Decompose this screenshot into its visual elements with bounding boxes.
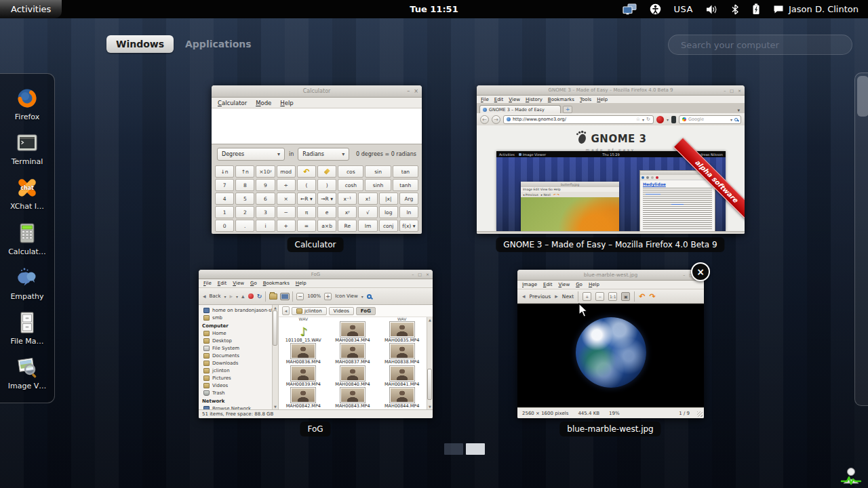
file-name: 101108_15.WAV — [285, 338, 321, 343]
calc-key: 7 — [215, 179, 234, 191]
window-calculator[interactable]: Calculator CalculatorModeHelp Degrees in… — [212, 85, 422, 234]
battery-icon[interactable] — [752, 3, 760, 15]
workspace-strip[interactable] — [854, 73, 868, 406]
folder-icon — [203, 353, 210, 359]
volume-icon[interactable] — [706, 4, 718, 15]
menu-item-edit: Edit — [543, 282, 553, 287]
breadcrumb-bar: ◂ jclintonVideosFoG — [279, 305, 433, 317]
file-grid: ♪101108_15.WAVMAH00834.MP4MAH00835.MP4MA… — [279, 321, 427, 409]
display-icon[interactable] — [623, 3, 637, 15]
clock[interactable]: Tue 11:51 — [410, 4, 458, 14]
sidebar-place: home on brandonjason-storage — [199, 306, 271, 314]
menu-item-view: View — [233, 281, 244, 286]
calc-key: Im — [358, 220, 377, 232]
fog-status-bar: 51 items, Free space: 88.8 GB — [199, 409, 433, 418]
dash-item-firefox[interactable]: Firefox — [14, 86, 40, 121]
tab-windows[interactable]: Windows — [106, 35, 174, 53]
angle-target-dropdown: Radians — [298, 148, 349, 161]
dash-item-terminal[interactable]: Terminal — [12, 131, 43, 166]
system-monitor-icon[interactable] — [840, 466, 862, 488]
calc-key: tan — [393, 165, 418, 178]
close-window-button[interactable] — [691, 262, 710, 281]
activities-button[interactable]: Activities — [0, 0, 62, 18]
home-folder-icon — [269, 293, 277, 300]
calculator-display — [212, 108, 422, 144]
calculator-row: ↓n↑n×10ʸmodcossintan — [215, 165, 418, 178]
accessibility-icon[interactable] — [650, 3, 661, 15]
calc-key: cos — [338, 165, 363, 178]
butterfly-photo — [521, 197, 619, 231]
calc-key: √ — [358, 206, 377, 218]
search-input[interactable] — [669, 35, 852, 54]
place-label: jclinton — [212, 368, 230, 373]
calc-key: 2 — [235, 206, 254, 218]
screenshot-image-viewer-window: butterfly.jpg Image Edit View Go Help ◂ … — [521, 182, 619, 231]
firefox-status-bar — [477, 231, 745, 234]
window-file-manager[interactable]: FoG FileEditViewGoBookmarksHelp ◂ Back ▸… — [199, 270, 433, 418]
file-view: ◂ jclintonVideosFoG WAVWAV ♪101108_15.WA… — [279, 305, 433, 409]
menu-item-help: Help — [296, 281, 307, 286]
dash-item-file-manager[interactable]: File Ma… — [10, 310, 43, 346]
calculator-keypad: ↓n↑n×10ʸmodcossintan789÷()coshsinhtanh45… — [212, 163, 422, 234]
dash-item-image-viewer[interactable]: Image V… — [8, 355, 46, 390]
folder-icon — [296, 308, 302, 314]
back-icon: ◂ — [203, 293, 206, 300]
bookmark-star-icon: ☆ — [636, 117, 640, 122]
folder-icon — [203, 375, 210, 381]
tab-applications[interactable]: Applications — [185, 39, 252, 49]
window-label-calculator: Calculator — [288, 237, 344, 252]
dash-item-empathy[interactable]: Empathy — [10, 266, 43, 301]
calc-key: x! — [358, 192, 377, 205]
calc-key: mod — [277, 165, 296, 178]
sidebar-place: Pictures — [199, 374, 271, 382]
calculator-menubar: CalculatorModeHelp — [212, 98, 422, 108]
keyboard-layout-indicator[interactable]: USA — [674, 4, 693, 14]
video-thumbnail — [291, 344, 315, 359]
bluetooth-icon[interactable] — [731, 4, 739, 15]
window-firefox[interactable]: GNOME 3 – Made of Easy – Mozilla Firefox… — [477, 85, 745, 234]
sidebar-place: smb — [199, 314, 271, 321]
dash-item-calculator[interactable]: Calculat… — [8, 221, 46, 256]
url-bar-icons: ☆ ↻ — [636, 117, 650, 122]
menu-item-image: Image — [522, 282, 537, 287]
user-menu[interactable]: Jason D. Clinton — [773, 4, 859, 14]
video-thumbnail — [340, 344, 365, 359]
workspace-indicator-2[interactable] — [466, 443, 485, 455]
calc-key: 9 — [256, 179, 275, 191]
video-thumbnail — [390, 366, 414, 381]
url-bar: http://www.gnome3.org/ ☆ ↻ — [503, 115, 654, 124]
zoom-out-icon: − — [296, 293, 304, 300]
menu-item-edit: Edit — [218, 281, 227, 286]
calc-key: 8 — [235, 179, 254, 191]
file-item: MAH00837.MP4 — [328, 344, 378, 366]
dash-item-xchat[interactable]: chat XChat I… — [10, 176, 44, 211]
workspace-indicator-1[interactable] — [444, 443, 463, 455]
calc-key: 5 — [235, 192, 254, 205]
rotate-left-icon: ↶ — [639, 292, 645, 301]
menu-item-help: Help — [597, 97, 608, 102]
conversion-result: 0 degrees = 0 radians — [356, 151, 416, 157]
search-icon — [642, 176, 644, 179]
minimize-icon — [412, 272, 414, 277]
window-image-viewer[interactable]: blue-marble-west.jpg ImageEditViewGoHelp… — [517, 270, 704, 418]
calc-key: →R ▾ — [317, 192, 336, 205]
video-thumbnail — [291, 388, 315, 403]
workspace-strip-handle[interactable] — [857, 76, 868, 117]
view-mode: Icon View — [335, 293, 357, 299]
site-favicon-icon — [507, 117, 511, 121]
calc-key: Arg — [399, 192, 418, 205]
calc-key: ÷ — [277, 179, 296, 191]
forward-icon: ▸ — [230, 293, 233, 300]
file-name: MAH00835.MP4 — [384, 338, 419, 343]
conjunction-label: in — [289, 151, 294, 157]
back-icon: ← — [480, 115, 489, 124]
dash-label: Empathy — [10, 292, 43, 301]
browser-search-field: Google — [679, 115, 741, 124]
dash-label: Image V… — [8, 382, 46, 390]
video-thumbnail — [340, 366, 365, 381]
place-label: Pictures — [212, 375, 231, 381]
fog-toolbar: ◂ Back ▸ ▴ ↻ − 100% + Icon View — [199, 288, 433, 305]
minimize-icon — [407, 88, 410, 94]
menu-item-calculator: Calculator — [218, 100, 247, 106]
file-item: MAH00838.MP4 — [377, 344, 427, 366]
